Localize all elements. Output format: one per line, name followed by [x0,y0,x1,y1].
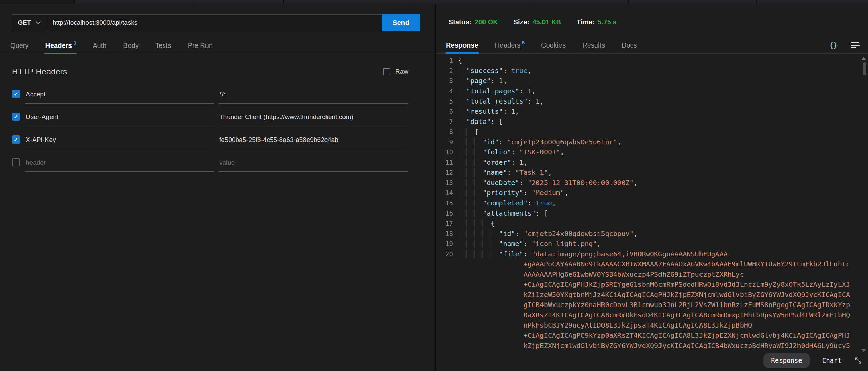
line-number: 18 [436,228,458,239]
response-status-bar: Status:200 OK Size:45.01 KB Time:5.75 s [436,4,868,26]
line-number [436,330,458,340]
send-button[interactable]: Send [382,14,420,31]
tab-label: Response [446,41,478,49]
response-tabs: ResponseHeaders6CookiesResultsDocs {} [436,40,868,54]
code-line: 15 "completed": true, [436,198,868,208]
response-view-button[interactable]: Response [763,353,810,368]
scrollbar-up-arrow[interactable] [861,57,866,60]
line-number: 5 [436,96,458,106]
code-line-wrap: gICB4bWxuczpkYz0naHR0cDovL3B1cmwub3JnL2R… [436,300,868,310]
header-name-input[interactable] [25,136,214,149]
url-input[interactable] [46,15,382,31]
time-value: 5.75 s [598,18,617,26]
header-row: ✓ [12,113,408,126]
request-tab-body[interactable]: Body [122,42,139,54]
request-tab-query[interactable]: Query [9,42,29,54]
tab-label: Query [10,42,28,49]
request-tab-tests[interactable]: Tests [155,42,172,54]
header-name-input[interactable] [25,159,214,172]
raw-toggle[interactable]: Raw [383,68,408,75]
line-number [436,290,458,300]
http-headers-panel: HTTP Headers Raw ✓✓✓ [0,54,435,182]
scrollbar-thumb[interactable] [863,62,866,75]
header-row: ✓ [12,91,408,104]
line-number [436,300,458,310]
response-tab-headers[interactable]: Headers6 [494,41,525,53]
line-number: 20 [436,249,458,259]
menu-icon[interactable] [851,42,860,48]
code-line: 7 "data": [ [436,116,868,127]
header-checkbox-unchecked[interactable] [12,158,20,166]
response-toolbar: {} [829,41,860,49]
line-number [436,320,458,330]
raw-checkbox[interactable] [383,68,390,75]
time-label: Time: [577,18,595,26]
scrollbar-down-arrow[interactable] [861,349,866,352]
response-body-viewer: 1{2 "success": true,3 "page": 1,4 "total… [436,54,868,371]
code-line: 1{ [436,55,868,66]
code-line: 17 { [436,218,868,228]
tab-label: Docs [622,41,637,49]
response-tab-cookies[interactable]: Cookies [540,41,566,53]
code-line: 10 "folio": "TSK-0001", [436,147,868,157]
line-number [436,310,458,320]
http-headers-title: HTTP Headers [12,67,67,76]
code-line: 8 { [436,127,868,137]
tab-count-badge: 6 [522,40,525,45]
code-line: 11 "order": 1, [436,157,868,167]
code-line-wrap: +CiAgICAgICAgPC9kYzp0aXRsZT4KICAgICAgICA… [436,330,868,340]
code-line-wrap: AAAAAAAPHg6eG1wbWV0YSB4bWxuczp4PSdhZG9iZ… [436,269,868,279]
response-view-switcher: Response Chart [763,353,863,368]
request-tab-pre-run[interactable]: Pre Run [187,42,213,54]
code-line: 12 "name": "Task 1", [436,167,868,178]
header-checkbox-checked[interactable]: ✓ [12,90,20,98]
code-line: 4 "total_pages": 1, [436,86,868,96]
tab-label: Body [123,42,139,49]
expand-icon[interactable] [854,356,863,365]
header-checkbox-checked[interactable]: ✓ [12,135,20,144]
request-tab-headers[interactable]: Headers3 [44,42,77,54]
editor-tabbar-strip [0,0,868,4]
status-group: Status:200 OK [449,18,498,26]
format-json-icon[interactable]: {} [829,41,837,49]
size-value: 45.01 KB [532,18,561,26]
request-pane: GET Send QueryHeaders3AuthBodyTestsPre R… [0,4,436,371]
tab-label: Headers [45,42,72,49]
header-value-input[interactable] [219,113,408,126]
line-number: 14 [436,188,458,198]
header-name-input[interactable] [25,91,214,104]
line-number: 19 [436,239,458,249]
code-line-wrap: +gAAAPoCAYAAABNo9TkAAAACXBIWXMAAA7EAAAOx… [436,259,868,269]
code-line: 19 "name": "icon-light.png", [436,239,868,249]
header-checkbox-checked[interactable]: ✓ [12,113,20,121]
response-tab-docs[interactable]: Docs [621,41,638,53]
request-tabs: QueryHeaders3AuthBodyTestsPre Run [0,40,435,54]
code-line-wrap: kZjpEZXNjcmlwdGlvbiByZGY6YWJvdXQ9JycKICA… [436,340,868,351]
header-value-input[interactable] [219,159,408,172]
response-tab-response[interactable]: Response [445,41,479,53]
header-name-input[interactable] [25,113,214,126]
method-select[interactable]: GET [12,15,46,31]
request-tab-auth[interactable]: Auth [92,42,107,54]
raw-label: Raw [395,68,408,75]
code-line: 16 "attachments": [ [436,208,868,218]
line-number: 13 [436,178,458,188]
line-number: 17 [436,218,458,228]
code-line: 9 "id": "cmjetp23p00g6qwbs0e5u6tnr", [436,137,868,147]
header-value-input[interactable] [219,136,408,149]
size-group: Size:45.01 KB [514,18,561,26]
tab-label: Tests [155,42,171,49]
code-line: 13 "dueDate": "2025-12-31T00:00:00.000Z"… [436,178,868,188]
status-label: Status: [449,18,472,26]
line-number: 2 [436,66,458,76]
url-row: GET Send [12,14,435,31]
tab-label: Auth [93,42,106,49]
time-group: Time:5.75 s [577,18,617,26]
chart-view-button[interactable]: Chart [822,355,842,366]
url-bar: GET Send [12,14,420,31]
header-row: ✓ [12,136,408,149]
header-value-input[interactable] [219,91,408,104]
response-tab-results[interactable]: Results [581,41,606,53]
line-number: 10 [436,147,458,157]
line-number: 11 [436,157,458,167]
